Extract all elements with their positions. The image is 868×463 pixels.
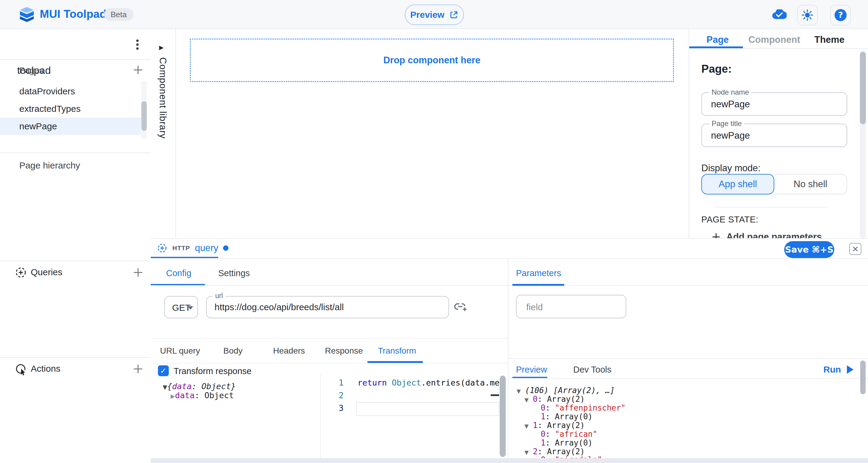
current-line-highlight	[356, 402, 499, 416]
editor-scrollbar-thumb[interactable]	[500, 376, 506, 457]
result-row[interactable]: ▼0: Array(2)	[524, 395, 585, 404]
toggle-label: No shell	[794, 179, 827, 190]
drop-zone[interactable]: Drop component here	[190, 38, 674, 82]
url-value: https://dog.ceo/api/breeds/list/all	[215, 302, 344, 312]
subtab-transform[interactable]: Transform	[378, 346, 416, 356]
help-icon: ?	[834, 8, 847, 22]
tab-component[interactable]: Component	[748, 34, 800, 45]
cloud-done-icon[interactable]	[772, 9, 786, 20]
add-page-parameters-button[interactable]: Add page parameters	[711, 232, 822, 238]
actions-icon	[14, 363, 27, 375]
parameter-field-input[interactable]: field	[516, 295, 626, 318]
sidebar-item-newpage[interactable]: newPage	[0, 118, 141, 135]
tab-page[interactable]: Page	[707, 34, 729, 45]
result-row[interactable]: 0: "affenpinscher"	[541, 404, 626, 412]
inspector-scrollbar-thumb[interactable]	[860, 52, 866, 124]
transform-response-checkbox[interactable]: ✓	[158, 365, 169, 376]
query-editor-panel	[151, 238, 868, 463]
pages-scrollbar-thumb[interactable]	[141, 101, 147, 131]
result-row[interactable]: ▼(106) [Array(2), …]	[517, 386, 615, 396]
component-library-divider	[176, 29, 176, 238]
component-library-label: Component library	[157, 57, 168, 138]
display-mode-no-shell[interactable]: No shell	[774, 174, 847, 194]
result-row[interactable]: 1: Array(0)	[541, 439, 592, 447]
panel-bottom-scrollbar-track[interactable]	[151, 458, 868, 463]
query-tab-label: query	[195, 243, 218, 253]
sidebar-item-dataproviders[interactable]: dataProviders	[0, 83, 141, 100]
queries-section-header: Queries	[31, 267, 62, 277]
tree-child-row[interactable]: ▶data: Object	[170, 391, 234, 400]
query-tab[interactable]: HTTP query	[157, 239, 228, 257]
expanded-arrow-icon[interactable]: ▼	[163, 384, 167, 390]
play-icon	[847, 365, 854, 374]
sidebar: toolpad Pages dataProviders extractedTyp…	[0, 29, 151, 463]
tab-preview[interactable]: Preview	[516, 365, 547, 375]
check-icon: ✓	[160, 366, 167, 375]
toggle-label: App shell	[718, 179, 757, 190]
inspector-heading: Page:	[701, 63, 732, 75]
transform-response-label: Transform response	[174, 366, 251, 376]
parameter-field-placeholder: field	[526, 302, 543, 312]
page-title-value: newPage	[711, 130, 750, 141]
add-action-button[interactable]	[131, 362, 145, 376]
drop-hint: Drop component here	[383, 55, 480, 66]
subtab-headers[interactable]: Headers	[273, 346, 305, 356]
queries-icon	[14, 266, 27, 279]
theme-toggle-button[interactable]	[797, 5, 818, 25]
add-query-button[interactable]	[131, 265, 145, 280]
app-header: MUI Toolpad Beta Preview	[0, 0, 868, 29]
tree-root-row[interactable]: ▼{data: Object}	[163, 381, 236, 391]
project-menu-icon[interactable]	[132, 38, 143, 51]
sidebar-item-extractedtypes[interactable]: extractedTypes	[0, 100, 141, 118]
save-button[interactable]: Save ⌘+S	[784, 241, 834, 258]
code-editor[interactable]: return Object.entries(data.messag	[358, 378, 499, 387]
query-protocol-badge: HTTP	[173, 244, 190, 252]
url-label: url	[213, 292, 225, 300]
plus-icon	[711, 232, 721, 238]
app-title: MUI Toolpad	[40, 0, 106, 28]
subtab-response[interactable]: Response	[325, 346, 363, 356]
chevron-down-icon	[188, 306, 193, 310]
tab-parameters[interactable]: Parameters	[516, 268, 561, 278]
svg-text:?: ?	[838, 10, 843, 20]
subtab-body[interactable]: Body	[223, 346, 243, 356]
parameters-tab-underline	[513, 284, 564, 286]
tab-theme[interactable]: Theme	[814, 34, 844, 45]
close-icon	[852, 246, 859, 252]
tab-dev-tools[interactable]: Dev Tools	[573, 365, 612, 375]
mui-toolpad-app: MUI Toolpad Beta Preview	[0, 0, 868, 463]
method-select[interactable]: GET	[164, 296, 198, 318]
run-button[interactable]: Run	[824, 362, 854, 377]
beta-badge: Beta	[104, 8, 133, 21]
sun-icon	[801, 9, 813, 21]
preview-button-label: Preview	[410, 10, 444, 20]
add-page-button[interactable]	[131, 63, 145, 77]
page-item-label: extractedTypes	[19, 104, 81, 114]
page-state-label: PAGE STATE:	[701, 215, 758, 224]
inspector-panel: Page Component Theme Page: Node name new…	[689, 29, 868, 238]
pages-section-header: Pages	[19, 66, 43, 75]
page-item-label: dataProviders	[19, 86, 75, 96]
display-mode-app-shell[interactable]: App shell	[701, 174, 774, 194]
expand-right-icon[interactable]: ▶	[159, 44, 164, 51]
external-link-icon	[450, 10, 458, 19]
tab-settings[interactable]: Settings	[218, 268, 250, 278]
line-number-2: 2	[330, 391, 344, 400]
plus-icon	[132, 267, 144, 279]
line-number-3: 3	[330, 403, 344, 413]
result-row[interactable]: ▼1: Array(2)	[524, 421, 585, 430]
result-row[interactable]: 1: Array(0)	[541, 412, 592, 421]
subtab-url-query[interactable]: URL query	[160, 346, 200, 356]
close-panel-button[interactable]	[849, 243, 861, 255]
collapsed-arrow-icon[interactable]: ▶	[170, 393, 175, 399]
plus-icon	[132, 64, 144, 76]
link-binding-icon[interactable]	[454, 301, 467, 313]
preview-scrollbar-thumb[interactable]	[860, 361, 866, 394]
preview-button[interactable]: Preview	[405, 4, 464, 25]
tab-config[interactable]: Config	[166, 268, 191, 278]
result-row[interactable]: 0: "african"	[541, 430, 597, 439]
sidebar-item-page-hierarchy[interactable]: Page hierarchy	[19, 160, 80, 171]
help-button[interactable]: ?	[830, 5, 851, 25]
node-name-value: newPage	[711, 99, 750, 110]
page-item-label: newPage	[19, 121, 57, 131]
